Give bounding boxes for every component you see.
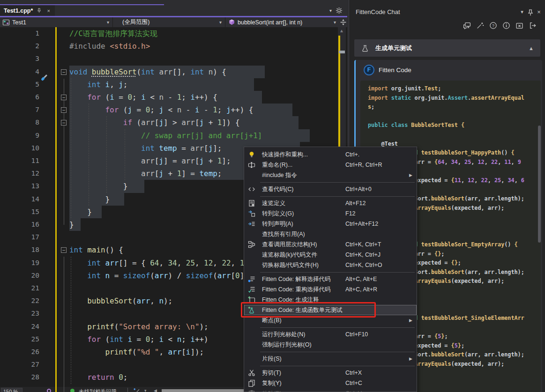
- info-icon[interactable]: [502, 22, 510, 30]
- chat-toolbar: ?: [463, 22, 537, 32]
- context-menu-item-3[interactable]: #include 指令▶: [244, 170, 417, 180]
- context-menu-item-9[interactable]: 转到声明(A)Ctrl+Alt+F12: [244, 219, 417, 229]
- fold-collapse-icon[interactable]: –: [61, 107, 67, 113]
- menu-item-label: 转到声明(A): [262, 219, 293, 229]
- goto-definition-icon: [248, 210, 255, 217]
- gear-icon[interactable]: [336, 7, 343, 14]
- context-menu-item-21[interactable]: 运行到光标处(N)Ctrl+F10: [244, 329, 417, 340]
- fitten-code-avatar: F: [364, 65, 374, 75]
- line-number: 26: [19, 346, 39, 358]
- context-menu-item-13[interactable]: 切换标题/代码文件(H)Ctrl+K, Ctrl+O: [244, 260, 417, 270]
- pin-icon[interactable]: [36, 7, 42, 14]
- scroll-up-arrow-icon[interactable]: ▲: [339, 28, 344, 33]
- menu-item-label: 查看代码(C): [262, 184, 293, 194]
- fold-collapse-icon[interactable]: –: [61, 95, 67, 100]
- code-line-1[interactable]: 1//C语言冒泡排序算法实现: [0, 27, 347, 40]
- fold-guide-line: [64, 257, 64, 392]
- member-dropdown-value: bubbleSort(int arr[], int n): [238, 19, 302, 26]
- health-ok-icon: [70, 389, 75, 392]
- context-menu-item-16[interactable]: Fitten Code: 重构选择代码Alt+C, Alt+R: [244, 284, 417, 295]
- copilot-sparkle-icon[interactable]: [133, 388, 141, 392]
- close-icon[interactable]: ×: [535, 8, 543, 15]
- chat-panel-title: FittenCode Chat: [351, 8, 518, 15]
- chat-bubbles-icon[interactable]: [463, 22, 471, 30]
- export-icon[interactable]: [529, 22, 537, 30]
- code-line-8[interactable]: 8– if (arr[j] > arr[j + 1]) {: [0, 116, 347, 129]
- context-menu-item-8[interactable]: 转到定义(G)F12: [244, 208, 417, 219]
- menu-item-shortcut: Ctrl+R, Ctrl+R: [345, 160, 382, 170]
- menu-item-label: #include 指令: [262, 170, 297, 180]
- menu-item-label: 粘贴(P): [262, 388, 282, 392]
- svg-text:?: ?: [492, 23, 494, 28]
- context-menu-item-28[interactable]: 粘贴(P)Ctrl+V: [244, 388, 417, 392]
- menu-separator: [260, 366, 415, 366]
- scope-dropdown-value: (全局范围): [122, 18, 149, 26]
- menu-separator: [260, 196, 415, 197]
- scope-dropdown[interactable]: (全局范围) ▾: [113, 17, 225, 27]
- context-menu-item-12[interactable]: 速览标题(k)/代码文件Ctrl+K, Ctrl+J: [244, 250, 417, 260]
- chat-code-line-2: import static org.junit.Assert.assertArr…: [368, 94, 541, 103]
- chevron-down-icon[interactable]: ▾: [144, 388, 147, 392]
- context-menu-item-2[interactable]: 重命名(R)...Ctrl+R, Ctrl+R: [244, 160, 417, 170]
- screwdriver-quick-action-icon[interactable]: [39, 73, 49, 82]
- code-line-9[interactable]: 9 // swap arr[j] and arr[j+1]: [0, 129, 347, 142]
- code-line-5[interactable]: 5 int i, j;: [0, 78, 347, 91]
- paste-icon: [248, 390, 255, 392]
- line-number: 7: [19, 104, 39, 116]
- chat-code-line-5: public class BubbleSortTest {: [368, 121, 541, 130]
- line-number: 13: [19, 180, 39, 192]
- chat-scrollbar-thumb[interactable]: [538, 126, 541, 243]
- menu-item-label: 复制(Y): [262, 378, 282, 388]
- context-menu-item-27[interactable]: 复制(Y)Ctrl+C: [244, 378, 417, 388]
- menu-item-label: 转到定义(G): [262, 208, 294, 219]
- chevron-down-icon[interactable]: ▾: [518, 9, 526, 15]
- menu-item-label: 切换标题/代码文件(H): [262, 260, 319, 270]
- code-line-3[interactable]: 3: [0, 52, 347, 66]
- collapse-arrow-icon[interactable]: ▲: [529, 45, 534, 51]
- scroll-left-arrow-icon[interactable]: ◀: [154, 388, 157, 392]
- intellisense-icon: [47, 389, 51, 392]
- help-icon[interactable]: ?: [489, 22, 497, 30]
- fold-collapse-icon[interactable]: –: [61, 120, 67, 126]
- submenu-arrow-icon: ▶: [409, 315, 412, 325]
- split-editor-icon[interactable]: [339, 17, 347, 27]
- member-dropdown[interactable]: bubbleSort(int arr[], int n) ▾: [225, 17, 339, 27]
- line-number: 15: [19, 206, 39, 218]
- line-number: 1: [19, 27, 39, 40]
- pin-icon[interactable]: [526, 7, 535, 17]
- context-menu-item-10[interactable]: 查找所有引用(A): [244, 229, 417, 239]
- context-menu-item-24[interactable]: 片段(S)▶: [244, 354, 417, 364]
- menu-item-label: 运行到光标处(N): [262, 329, 305, 340]
- context-menu-item-11[interactable]: 查看调用层次结构(H)Ctrl+K, Ctrl+T: [244, 239, 417, 250]
- menu-item-shortcut: Ctrl+C: [345, 378, 362, 388]
- context-menu-item-15[interactable]: Fitten Code: 解释选择代码Alt+C, Alt+E: [244, 274, 417, 284]
- context-menu-item-7[interactable]: 速览定义Alt+F12: [244, 198, 417, 208]
- menu-item-shortcut: Alt+F12: [345, 198, 366, 208]
- goto-declaration-icon: [248, 220, 255, 228]
- close-window-icon[interactable]: [515, 22, 523, 30]
- project-dropdown[interactable]: Test1 ▾: [0, 17, 113, 27]
- code-line-4[interactable]: 4–void bubbleSort(int arr[], int n) {: [0, 66, 347, 79]
- menu-separator: [260, 352, 415, 352]
- magic-wand-icon[interactable]: [476, 22, 484, 30]
- code-line-2[interactable]: 2#include <stdio.h>: [0, 40, 347, 53]
- chat-panel-titlebar[interactable]: FittenCode Chat ▾ ×: [351, 7, 543, 17]
- close-icon[interactable]: ×: [45, 7, 52, 14]
- chevron-down-icon[interactable]: ▾: [329, 8, 332, 13]
- context-menu-item-1[interactable]: 快速操作和重构...Ctrl+.: [244, 149, 417, 160]
- menu-item-shortcut: Ctrl+Alt+F12: [345, 219, 378, 229]
- code-line-7[interactable]: 7– for (j = 0; j < n - i - 1; j++) {: [0, 104, 347, 117]
- scrollbar-thumb[interactable]: [339, 51, 345, 53]
- menu-separator: [260, 327, 415, 328]
- menu-item-shortcut: Ctrl+Alt+0: [345, 184, 372, 194]
- generate-unit-test-header[interactable]: 生成单元测试 ▲: [354, 39, 540, 57]
- zoom-level-control[interactable]: 150 %: [1, 388, 22, 392]
- chevron-down-icon: ▾: [219, 20, 222, 25]
- fold-collapse-icon[interactable]: –: [61, 69, 67, 75]
- fold-collapse-icon[interactable]: –: [61, 247, 67, 253]
- tab-test1-cpp[interactable]: Test1.cpp* ×: [0, 5, 55, 16]
- code-line-6[interactable]: 6– for (i = 0; i < n - 1; i++) {: [0, 91, 347, 104]
- context-menu-item-5[interactable]: 查看代码(C)Ctrl+Alt+0: [244, 184, 417, 194]
- context-menu-item-22[interactable]: 强制运行到光标(O): [244, 340, 417, 350]
- context-menu-item-26[interactable]: 剪切(T)Ctrl+X: [244, 368, 417, 378]
